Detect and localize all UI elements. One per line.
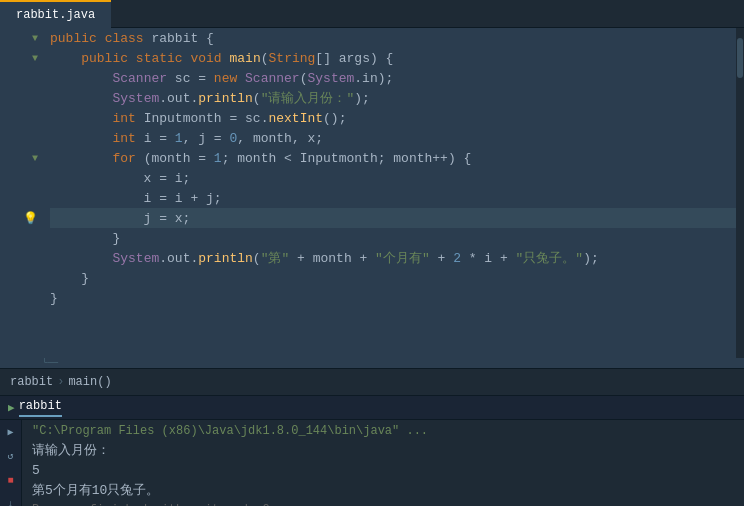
console-output-line: 第5个月有10只兔子。 <box>32 480 734 500</box>
code-line-14: } <box>50 288 736 308</box>
fold-indicator: └── <box>0 358 744 368</box>
gutter-line-8 <box>0 168 38 188</box>
breadcrumb-bar: rabbit › main() <box>0 368 744 396</box>
gutter-line-5 <box>0 108 38 128</box>
breadcrumb-class[interactable]: rabbit <box>10 375 53 389</box>
run-button[interactable]: ▶ <box>3 424 19 440</box>
scrollbar-thumb[interactable] <box>737 38 743 78</box>
gutter-line-11 <box>0 228 38 248</box>
breadcrumb-method[interactable]: main() <box>68 375 111 389</box>
gutter-line-3 <box>0 68 38 88</box>
code-line-9: i = i + j; <box>50 188 736 208</box>
code-line-6: int i = 1, j = 0, month, x; <box>50 128 736 148</box>
stop-button[interactable]: ■ <box>3 472 19 488</box>
tab-rabbit-java[interactable]: rabbit.java <box>0 0 111 28</box>
fold-arrow-method[interactable]: ▼ <box>32 53 38 64</box>
code-line-10: j = x; <box>50 208 736 228</box>
code-line-1: public class rabbit { <box>50 28 736 48</box>
tab-bar: rabbit.java <box>0 0 744 28</box>
breadcrumb-separator: › <box>57 375 64 389</box>
console-sidebar: ▶ ↺ ■ ↓ <box>0 420 22 506</box>
console-footer: Process finished with exit code 0 <box>32 500 734 506</box>
gutter-line-12 <box>0 248 38 268</box>
code-line-11: } <box>50 228 736 248</box>
console-panel: ▶ ↺ ■ ↓ "C:\Program Files (x86)\Java\jdk… <box>0 420 744 506</box>
editor-area: ▼ ▼ ▼ 💡 public class rabbit { <box>0 28 744 358</box>
gutter-line-13 <box>0 268 38 288</box>
gutter-line-4 <box>0 88 38 108</box>
gutter: ▼ ▼ ▼ 💡 <box>0 28 42 358</box>
code-content[interactable]: public class rabbit { public static void… <box>42 28 736 358</box>
console-input-value: 5 <box>32 460 734 480</box>
gutter-line-6 <box>0 128 38 148</box>
gutter-line-14 <box>0 288 38 308</box>
panel-title-bar: ▶ rabbit <box>0 396 744 420</box>
bulb-icon[interactable]: 💡 <box>23 211 38 226</box>
vertical-scrollbar[interactable] <box>736 28 744 358</box>
rerun-button[interactable]: ↺ <box>3 448 19 464</box>
code-line-12: System.out.println("第" + month + "个月有" +… <box>50 248 736 268</box>
code-line-13: } <box>50 268 736 288</box>
gutter-line-1: ▼ <box>0 28 38 48</box>
tab-label: rabbit.java <box>16 8 95 22</box>
code-line-2: public static void main(String[] args) { <box>50 48 736 68</box>
scroll-down-button[interactable]: ↓ <box>3 496 19 506</box>
console-command: "C:\Program Files (x86)\Java\jdk1.8.0_14… <box>32 424 734 438</box>
run-icon: ▶ <box>8 401 15 414</box>
gutter-line-9 <box>0 188 38 208</box>
fold-bracket-close[interactable]: └── <box>42 358 58 368</box>
panel-title[interactable]: rabbit <box>19 399 62 417</box>
code-line-5: int Inputmonth = sc.nextInt(); <box>50 108 736 128</box>
gutter-line-7: ▼ <box>0 148 38 168</box>
console-prompt: 请输入月份： <box>32 440 734 460</box>
fold-arrow-for[interactable]: ▼ <box>32 153 38 164</box>
code-line-4: System.out.println("请输入月份："); <box>50 88 736 108</box>
gutter-line-10: 💡 <box>0 208 38 228</box>
fold-arrow-class[interactable]: ▼ <box>32 33 38 44</box>
code-line-7: for (month = 1; month < Inputmonth; mont… <box>50 148 736 168</box>
console-output: "C:\Program Files (x86)\Java\jdk1.8.0_14… <box>22 420 744 506</box>
gutter-line-2: ▼ <box>0 48 38 68</box>
code-line-3: Scanner sc = new Scanner(System.in); <box>50 68 736 88</box>
code-line-8: x = i; <box>50 168 736 188</box>
